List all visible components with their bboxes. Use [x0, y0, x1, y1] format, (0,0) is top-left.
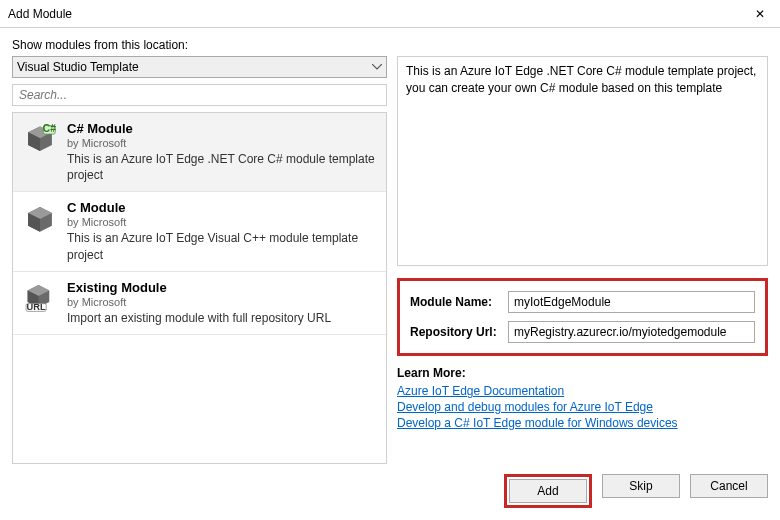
cube-icon — [23, 202, 57, 236]
module-author: by Microsoft — [67, 296, 376, 308]
repository-url-input[interactable] — [508, 321, 755, 343]
learn-link-dev-debug[interactable]: Develop and debug modules for Azure IoT … — [397, 400, 653, 414]
module-body: Existing Module by Microsoft Import an e… — [67, 280, 376, 326]
module-author: by Microsoft — [67, 216, 376, 228]
cancel-button[interactable]: Cancel — [690, 474, 768, 498]
search-input[interactable] — [12, 84, 387, 106]
location-select[interactable]: Visual Studio Template — [12, 56, 387, 78]
svg-text:URL: URL — [27, 302, 46, 312]
add-button[interactable]: Add — [509, 479, 587, 503]
repository-url-label: Repository Url: — [410, 325, 508, 339]
button-bar: Add Skip Cancel — [12, 464, 768, 520]
list-item[interactable]: C Module by Microsoft This is an Azure I… — [13, 192, 386, 271]
skip-button[interactable]: Skip — [602, 474, 680, 498]
module-name-label: Module Name: — [410, 295, 508, 309]
learn-more-section: Learn More: Azure IoT Edge Documentation… — [397, 366, 768, 432]
window-title: Add Module — [8, 7, 72, 21]
cube-cs-icon: C# — [23, 123, 57, 157]
module-author: by Microsoft — [67, 137, 376, 149]
chevron-down-icon — [372, 64, 382, 70]
learn-link-doc[interactable]: Azure IoT Edge Documentation — [397, 384, 564, 398]
module-body: C# Module by Microsoft This is an Azure … — [67, 121, 376, 183]
location-selected-value: Visual Studio Template — [17, 60, 139, 74]
module-title: Existing Module — [67, 280, 376, 295]
module-title: C# Module — [67, 121, 376, 136]
module-title: C Module — [67, 200, 376, 215]
module-desc: Import an existing module with full repo… — [67, 310, 376, 326]
module-desc: This is an Azure IoT Edge Visual C++ mod… — [67, 230, 376, 262]
module-desc: This is an Azure IoT Edge .NET Core C# m… — [67, 151, 376, 183]
titlebar: Add Module ✕ — [0, 0, 780, 28]
add-highlight: Add — [504, 474, 592, 508]
close-button[interactable]: ✕ — [740, 0, 780, 28]
module-list[interactable]: C# C# Module by Microsoft This is an Azu… — [12, 112, 387, 464]
cube-url-icon: URL — [23, 282, 57, 316]
description-box: This is an Azure IoT Edge .NET Core C# m… — [397, 56, 768, 266]
learn-more-title: Learn More: — [397, 366, 768, 380]
module-body: C Module by Microsoft This is an Azure I… — [67, 200, 376, 262]
svg-text:C#: C# — [43, 123, 56, 134]
list-item[interactable]: C# C# Module by Microsoft This is an Azu… — [13, 113, 386, 192]
location-label: Show modules from this location: — [12, 38, 768, 52]
list-item[interactable]: URL Existing Module by Microsoft Import … — [13, 272, 386, 335]
module-form: Module Name: Repository Url: — [397, 278, 768, 356]
learn-link-csharp-windows[interactable]: Develop a C# IoT Edge module for Windows… — [397, 416, 678, 430]
close-icon: ✕ — [755, 7, 765, 21]
module-name-input[interactable] — [508, 291, 755, 313]
